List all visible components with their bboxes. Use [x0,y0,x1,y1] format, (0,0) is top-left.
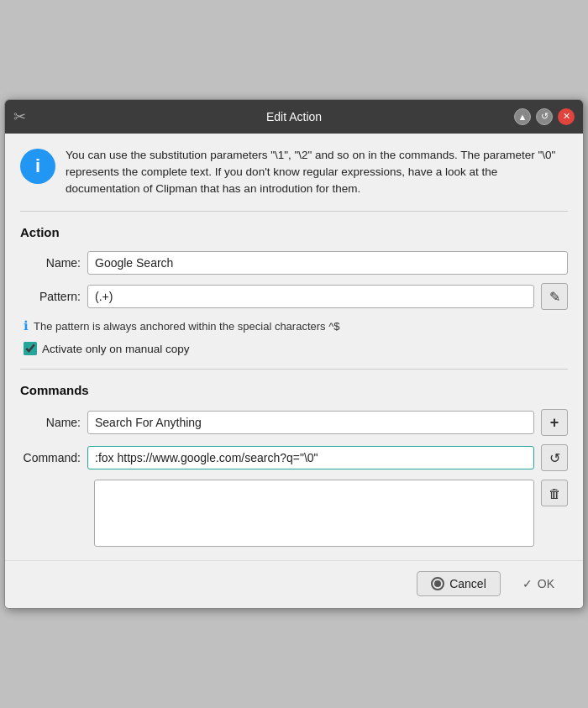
checkbox-row: Activate only on manual copy [20,342,568,355]
cmd-name-label: Name: [20,416,81,429]
pattern-row: Pattern: ✎ [20,283,568,310]
cmd-command-label: Command: [20,451,81,464]
action-section: Action Name: Pattern: ✎ ℹ The pattern is… [20,225,568,355]
cancel-button[interactable]: Cancel [417,571,501,596]
info-text: You can use the substitution parameters … [66,147,568,198]
edit-pattern-button[interactable]: ✎ [541,283,568,310]
dialog-footer: Cancel ✓ OK [5,560,583,608]
cancel-radio-inner [434,580,441,587]
pattern-label: Pattern: [20,290,81,303]
textarea-row: 🗑 [20,480,568,547]
cmd-command-row: Command: ↺ [20,444,568,471]
name-row: Name: [20,251,568,275]
name-input[interactable] [87,251,568,275]
close-button[interactable]: ✕ [558,108,575,125]
refresh-command-button[interactable]: ↺ [541,444,568,471]
cmd-command-input[interactable] [87,446,534,469]
name-label: Name: [20,256,81,270]
cmd-name-row: Name: + [20,409,568,436]
ok-label: OK [538,577,554,590]
add-command-button[interactable]: + [541,409,568,436]
minimize-button[interactable]: ▲ [514,108,531,125]
cancel-radio-icon [431,577,444,590]
window-title: Edit Action [266,110,322,123]
titlebar: ✂ Edit Action ▲ ↺ ✕ [5,100,583,134]
ok-checkmark: ✓ [522,577,533,590]
info-box: i You can use the substitution parameter… [20,147,568,198]
divider-1 [20,211,568,212]
command-textarea[interactable] [94,480,534,547]
divider-2 [20,369,568,370]
pattern-input[interactable] [87,285,534,308]
restore-button[interactable]: ↺ [536,108,553,125]
titlebar-left-icons: ✂ [13,108,26,126]
cmd-name-input[interactable] [87,411,534,434]
commands-section: Commands Name: + Command: ↺ 🗑 [20,383,568,547]
app-icon: ✂ [13,108,26,126]
cancel-label: Cancel [449,577,486,590]
info-icon: i [20,149,55,184]
hint-icon: ℹ [24,318,29,333]
commands-section-title: Commands [20,383,568,397]
hint-row: ℹ The pattern is always anchored within … [20,318,568,333]
dialog-body: i You can use the substitution parameter… [5,134,583,561]
manual-copy-checkbox[interactable] [24,342,37,355]
manual-copy-label[interactable]: Activate only on manual copy [42,343,190,355]
delete-command-button[interactable]: 🗑 [541,480,568,506]
titlebar-controls: ▲ ↺ ✕ [514,108,575,125]
action-section-title: Action [20,225,568,239]
ok-button[interactable]: ✓ OK [509,572,568,595]
cancel-icon [431,577,444,590]
hint-text: The pattern is always anchored within th… [34,320,340,333]
side-buttons: 🗑 [541,480,568,506]
edit-action-dialog: ✂ Edit Action ▲ ↺ ✕ i You can use the su… [4,99,584,610]
